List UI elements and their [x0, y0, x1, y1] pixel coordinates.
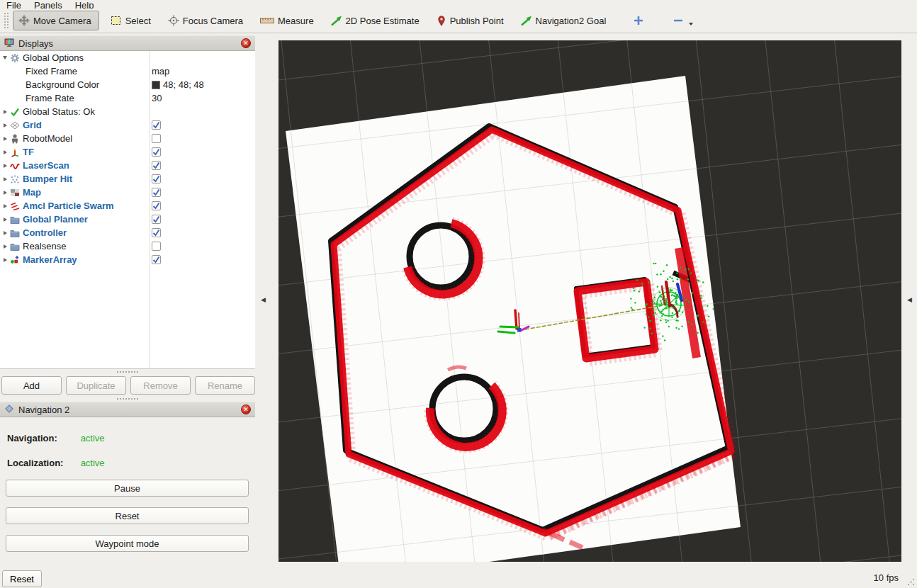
waypoint-mode-button[interactable]: Waypoint mode: [6, 535, 249, 552]
display-row[interactable]: Global Options: [0, 51, 255, 64]
laser-scan-icon: [10, 161, 23, 171]
expander-closed-icon[interactable]: [0, 150, 10, 154]
tool-move-camera[interactable]: Move Camera: [13, 11, 99, 30]
map-pin-icon: [437, 15, 446, 26]
displays-panel-header[interactable]: Displays ✕: [0, 35, 255, 51]
display-enable-checkbox[interactable]: [152, 201, 161, 210]
bumper-hit-icon: [10, 174, 23, 184]
pause-button[interactable]: Pause: [6, 480, 249, 497]
tool-measure[interactable]: Measure: [260, 15, 314, 26]
expander-closed-icon[interactable]: [0, 231, 10, 235]
tool-publish-point[interactable]: Publish Point: [437, 15, 504, 26]
display-row[interactable]: Global Status: Ok: [0, 105, 255, 118]
window-resize-grip[interactable]: [907, 578, 915, 586]
localization-status-label: Localization:: [7, 458, 78, 468]
tool-label: Publish Point: [450, 16, 504, 26]
display-row[interactable]: Frame Rate30: [0, 91, 255, 105]
display-row-label: RobotModel: [23, 132, 72, 145]
left-splitter-collapse-icon[interactable]: ◀: [261, 296, 266, 303]
display-row[interactable]: LaserScan: [0, 159, 255, 172]
goal-arrow-icon: [521, 15, 532, 26]
remove-display-button[interactable]: Remove: [130, 376, 191, 395]
property-value: 48; 48; 48: [152, 78, 204, 91]
expander-closed-icon[interactable]: [0, 258, 10, 262]
display-row-label: Global Status: Ok: [23, 105, 95, 118]
marker-array-icon: [10, 255, 23, 265]
display-row[interactable]: Bumper Hit: [0, 172, 255, 186]
toolbar-grip[interactable]: [4, 13, 9, 28]
add-tool-button[interactable]: [633, 15, 644, 26]
expander-closed-icon[interactable]: [0, 217, 10, 222]
tool-select[interactable]: Select: [111, 15, 151, 26]
menu-panels[interactable]: Panels: [28, 0, 69, 9]
tool-2d-pose-estimate[interactable]: 2D Pose Estimate: [331, 15, 420, 26]
tool-navigation2-goal[interactable]: Navigation2 Goal: [521, 15, 607, 26]
color-swatch[interactable]: [152, 81, 160, 89]
display-enable-checkbox[interactable]: [152, 228, 161, 237]
display-enable-checkbox[interactable]: [152, 161, 161, 170]
property-value: [152, 118, 161, 132]
expander-closed-icon[interactable]: [0, 137, 10, 141]
property-value: [152, 213, 161, 226]
toolbar: Move Camera Select Focus Camera Measure …: [0, 9, 917, 33]
display-row[interactable]: RobotModel: [0, 132, 255, 145]
display-row-label: Bumper Hit: [23, 172, 72, 186]
expander-closed-icon[interactable]: [0, 204, 10, 208]
display-enable-checkbox[interactable]: [152, 188, 161, 197]
folder-icon: [10, 215, 23, 225]
display-enable-checkbox[interactable]: [152, 255, 161, 264]
remove-tool-button[interactable]: [673, 15, 693, 26]
status-bar: Reset 10 fps: [0, 562, 917, 588]
gear-icon: [10, 53, 23, 63]
display-row-label: Realsense: [23, 239, 66, 253]
display-row[interactable]: Grid: [0, 118, 255, 132]
display-row[interactable]: Fixed Framemap: [0, 64, 255, 78]
dropdown-caret-icon: [689, 23, 693, 26]
display-row[interactable]: Global Planner: [0, 213, 255, 226]
focus-camera-icon: [168, 15, 179, 26]
display-enable-checkbox[interactable]: [152, 174, 161, 183]
expander-closed-icon[interactable]: [0, 110, 10, 114]
expander-closed-icon[interactable]: [0, 177, 10, 181]
right-splitter-collapse-icon[interactable]: ◀: [907, 296, 912, 303]
display-enable-checkbox[interactable]: [152, 134, 161, 143]
display-row[interactable]: Realsense: [0, 239, 255, 253]
nav-reset-button[interactable]: Reset: [6, 507, 249, 524]
display-enable-checkbox[interactable]: [152, 120, 161, 130]
display-enable-checkbox[interactable]: [152, 242, 161, 251]
navigation-status-row: Navigation: active: [7, 433, 248, 443]
display-row[interactable]: TF: [0, 145, 255, 159]
display-row[interactable]: Map: [0, 186, 255, 199]
tool-focus-camera[interactable]: Focus Camera: [168, 15, 243, 26]
navigation-panel-header[interactable]: Navigation 2 ✕: [0, 402, 255, 417]
3d-viewport[interactable]: [279, 40, 901, 562]
menu-bar: FilePanelsHelp: [0, 0, 917, 9]
expander-open-icon[interactable]: [0, 56, 10, 60]
display-enable-checkbox[interactable]: [152, 215, 161, 224]
displays-close-button[interactable]: ✕: [241, 38, 251, 48]
duplicate-display-button[interactable]: Duplicate: [66, 376, 126, 395]
menu-file[interactable]: File: [0, 0, 28, 9]
display-row[interactable]: MarkerArray: [0, 253, 255, 266]
display-row[interactable]: Amcl Particle Swarm: [0, 199, 255, 213]
tool-label: Select: [125, 16, 151, 26]
time-reset-button[interactable]: Reset: [2, 570, 42, 587]
expander-closed-icon[interactable]: [0, 244, 10, 249]
property-value-text[interactable]: map: [152, 64, 169, 78]
display-row[interactable]: Background Color48; 48; 48: [0, 78, 255, 91]
menu-help[interactable]: Help: [69, 0, 101, 9]
splitter-handle[interactable]: [117, 398, 138, 400]
display-row[interactable]: Controller: [0, 226, 255, 239]
add-display-button[interactable]: Add: [1, 376, 62, 395]
expander-closed-icon[interactable]: [0, 164, 10, 168]
property-value-text[interactable]: 30: [152, 91, 162, 105]
property-value-text[interactable]: 48; 48; 48: [163, 78, 204, 91]
splitter-handle[interactable]: [117, 371, 138, 373]
select-icon: [111, 15, 122, 26]
expander-closed-icon[interactable]: [0, 191, 10, 195]
expander-closed-icon[interactable]: [0, 123, 10, 128]
navigation-close-button[interactable]: ✕: [241, 405, 251, 414]
rename-display-button[interactable]: Rename: [195, 376, 255, 395]
folder-icon: [10, 228, 23, 238]
display-enable-checkbox[interactable]: [152, 147, 161, 157]
